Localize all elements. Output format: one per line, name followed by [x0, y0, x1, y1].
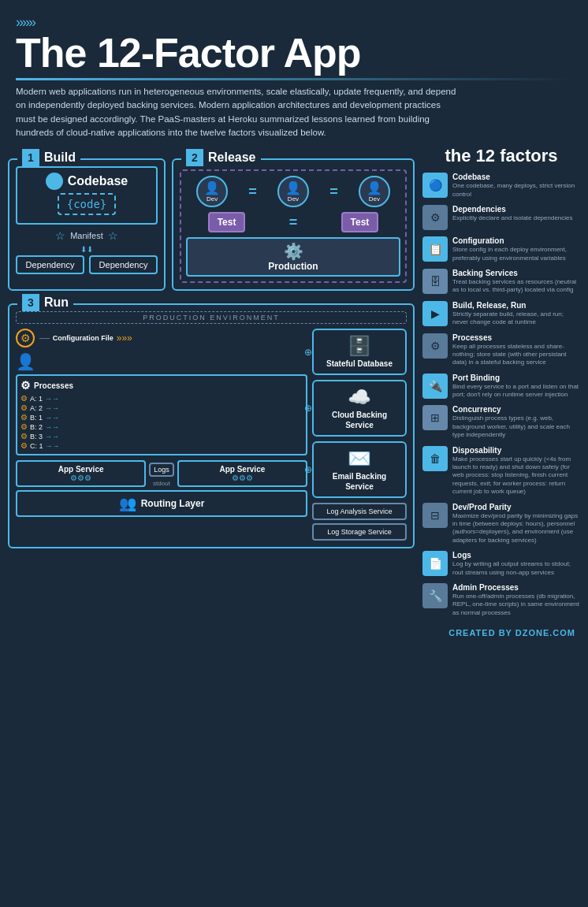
email-icon: ✉️ [318, 448, 400, 470]
codebase-title: Codebase [22, 173, 151, 190]
factor-item-8: ⊞ Concurrency Distinguish process types … [422, 405, 580, 439]
factor-name-9: Disposability [452, 446, 580, 455]
footer: CREATED BY DZONE.COM [0, 623, 588, 642]
build-section: 1 Build Codebase {code} ☆ Manifest ☆ ⬇⬇ [8, 158, 166, 291]
factor-desc-11: Log by writing all output streams to std… [452, 560, 580, 577]
factor-icon-10: ⊟ [422, 503, 448, 528]
proc-icon-a2: ⚙ [20, 403, 28, 412]
process-c1: ⚙ C: 1 →→ [20, 441, 303, 450]
factor-name-4: Backing Services [452, 269, 580, 277]
build-number: 1 [22, 149, 39, 166]
factors-title: the 12 factors [422, 146, 580, 166]
run-section: 3 Run PRODUCTION ENVIRONMENT ⚙ ── Config… [8, 303, 415, 548]
test-node-2: Test [341, 212, 379, 232]
main-content: 1 Build Codebase {code} ☆ Manifest ☆ ⬇⬇ [0, 146, 588, 623]
run-number: 3 [22, 294, 39, 311]
factor-icon-5: ▶ [422, 301, 448, 326]
factor-icon-7: 🔌 [422, 374, 448, 399]
factor-desc-7: Bind every service to a port and listen … [452, 383, 580, 400]
person-icon-3: 👤 [367, 180, 382, 195]
process-b3: ⚙ B: 3 →→ [20, 432, 303, 440]
release-inner: 👤 Dev = 👤 Dev = 👤 Dev [180, 169, 407, 283]
factor-desc-9: Make processes start up quickly (<4s fro… [452, 455, 580, 496]
stdout-label: stdout [153, 480, 170, 487]
db-connector: ⊕ [304, 347, 312, 358]
equals-3: = [289, 214, 298, 231]
factor-item-9: 🗑 Disposability Make processes start up … [422, 446, 580, 496]
factor-name-11: Logs [452, 551, 580, 559]
factor-item-11: 📄 Logs Log by writing all output streams… [422, 551, 580, 577]
app-service-1: App Service ⚙⚙⚙ [16, 460, 146, 487]
app-service-2: App Service ⚙⚙⚙ [177, 460, 307, 487]
log-storage-box: Log Storage Service [312, 523, 407, 541]
dev-node-2: 👤 Dev [277, 176, 309, 207]
test-row: Test = Test [186, 212, 400, 232]
cloud-title: Cloud Backing Service [318, 410, 400, 430]
factor-text-6: Processes Keep all processes stateless a… [452, 333, 580, 367]
factor-name-1: Codebase [452, 173, 580, 181]
factor-icon-12: 🔧 [422, 583, 448, 608]
run-right: ⊕ 🗄️ Stateful Database ⊕ ☁️ Cloud Backin… [312, 329, 407, 541]
factor-name-2: Dependencies [452, 205, 573, 214]
factor-item-2: ⚙ Dependencies Explicitly declare and is… [422, 205, 580, 230]
factor-desc-2: Explicitly declare and isolate dependenc… [452, 214, 573, 222]
log-analysis-box: Log Analysis Service [312, 503, 407, 520]
factor-item-12: 🔧 Admin Processes Run one-off/admin proc… [422, 583, 580, 617]
factor-name-8: Concurrency [452, 405, 580, 414]
down-arrows: ⬇⬇ [16, 245, 158, 254]
top-row: 1 Build Codebase {code} ☆ Manifest ☆ ⬇⬇ [8, 146, 415, 291]
routing-layer: 👥 Routing Layer [16, 490, 307, 517]
factor-icon-2: ⚙ [422, 205, 448, 230]
proc-icon-b3: ⚙ [20, 432, 28, 440]
dependency-row: Dependency Dependency [16, 255, 158, 274]
factor-text-9: Disposability Make processes start up qu… [452, 446, 580, 496]
factor-text-10: Dev/Prod Parity Maximize dev/prod parity… [452, 503, 580, 545]
factor-icon-9: 🗑 [422, 446, 448, 471]
processes-box: ⚙ Processes ⚙ A: 1 →→ ⚙ A: 2 →→ [16, 374, 307, 455]
factor-text-5: Build, Release, Run Strictly separate bu… [452, 301, 580, 327]
manifest-row: ☆ Manifest ☆ [16, 229, 158, 242]
proc-icon-a1: ⚙ [20, 394, 28, 403]
processes-icon: ⚙ [20, 379, 31, 392]
factor-text-4: Backing Services Treat backing services … [452, 269, 580, 295]
factors-list: 🔵 Codebase One codebase, many deploys, s… [422, 173, 580, 617]
dev-node-3: 👤 Dev [359, 176, 390, 207]
factor-desc-4: Treat backing services as resources (neu… [452, 278, 580, 295]
factor-name-5: Build, Release, Run [452, 301, 580, 310]
logs-box: Logs [149, 463, 174, 477]
proc-arrows-a1: →→ [45, 395, 59, 403]
proc-arrows-b1: →→ [45, 414, 59, 422]
process-b2: ⚙ B: 2 →→ [20, 422, 303, 431]
equals-1: = [248, 184, 257, 200]
dependency-2: Dependency [89, 255, 158, 274]
factor-text-12: Admin Processes Run one-off/admin proces… [452, 583, 580, 617]
factor-name-7: Port Binding [452, 374, 580, 382]
db-icon: 🗄️ [318, 335, 400, 357]
chevrons-decoration: »»» [16, 14, 572, 31]
factor-name-6: Processes [452, 333, 580, 342]
service-icons-1: ⚙⚙⚙ [20, 474, 141, 482]
left-section: 1 Build Codebase {code} ☆ Manifest ☆ ⬇⬇ [8, 146, 415, 623]
factor-desc-6: Keep all processes stateless and share-n… [452, 343, 580, 367]
email-backing-node: ⊕ ✉️ Email Backing Service [312, 441, 407, 498]
right-panel: the 12 factors 🔵 Codebase One codebase, … [415, 146, 580, 623]
process-b1: ⚙ B: 1 →→ [20, 413, 303, 422]
factor-icon-6: ⚙ [422, 333, 448, 359]
stateful-db-node: ⊕ 🗄️ Stateful Database [312, 329, 407, 375]
factor-desc-1: One codebase, many deploys, strict versi… [452, 182, 580, 199]
prod-env-label: PRODUCTION ENVIRONMENT [16, 311, 407, 324]
run-left: ⚙ ── Configuration File »»» 👤 ⚙ Processe… [16, 329, 307, 541]
factor-desc-8: Distinguish process types (e.g. web, bac… [452, 414, 580, 439]
release-number: 2 [186, 149, 203, 166]
factor-text-8: Concurrency Distinguish process types (e… [452, 405, 580, 439]
factor-text-2: Dependencies Explicitly declare and isol… [452, 205, 573, 222]
factor-icon-3: 📋 [422, 236, 448, 262]
users-icon: 👥 [119, 495, 136, 512]
release-section: 2 Release 👤 Dev = 👤 Dev = [172, 158, 415, 291]
factor-desc-12: Run one-off/admin processes (db migratio… [452, 593, 580, 617]
page-title: The 12-Factor App [16, 32, 572, 73]
release-label: 2 Release [181, 149, 261, 166]
cloud-connector: ⊕ [304, 403, 312, 414]
factor-text-1: Codebase One codebase, many deploys, str… [452, 173, 580, 199]
proc-arrows-a2: →→ [45, 404, 59, 412]
